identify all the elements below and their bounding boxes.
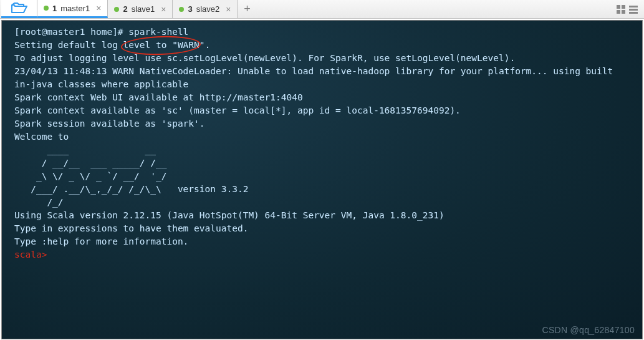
tab-number: 3 (188, 4, 192, 14)
terminal-line: Type :help for more information. (2, 235, 642, 248)
folder-open-icon (11, 2, 27, 14)
svg-rect-6 (629, 12, 638, 14)
list-icon (629, 5, 638, 14)
grid-view-button[interactable] (615, 4, 627, 15)
ascii-art-line: / __/__ ___ _____/ /__ (2, 157, 642, 170)
tab-number: 2 (123, 4, 127, 14)
terminal-line: [root@master1 home]# spark-shell (2, 26, 642, 39)
svg-rect-4 (629, 6, 638, 7)
close-icon[interactable]: × (96, 3, 101, 13)
ascii-art-line: ____ __ (2, 143, 642, 157)
svg-rect-2 (617, 10, 620, 14)
terminal[interactable]: [root@master1 home]# spark-shell Setting… (1, 20, 643, 339)
tab-slave1[interactable]: 2 slave1 × (108, 0, 173, 18)
terminal-line: Type in expressions to have them evaluat… (2, 222, 642, 235)
tab-master1[interactable]: 1 master1 × (37, 0, 108, 18)
terminal-line: Spark context Web UI available at http:/… (2, 91, 642, 104)
tab-label: master1 (60, 4, 90, 13)
close-icon[interactable]: × (161, 4, 166, 14)
ascii-art-line: /_/ (2, 196, 642, 209)
tab-label: slave2 (196, 4, 220, 14)
terminal-line: Setting default log level to "WARN". (2, 39, 642, 52)
watermark: CSDN @qq_62847100 (542, 325, 635, 335)
svg-rect-1 (622, 5, 625, 9)
terminal-line: in-java classes where applicable (2, 78, 642, 91)
scala-prompt: scala> (2, 248, 642, 261)
terminal-line: Using Scala version 2.12.15 (Java HotSpo… (2, 209, 642, 222)
terminal-line: Welcome to (2, 130, 642, 143)
terminal-line: To adjust logging level use sc.setLogLev… (2, 52, 642, 65)
ascii-art-line: _\ \/ _ \/ _ `/ __/ '_/ (2, 170, 642, 183)
list-view-button[interactable] (628, 4, 639, 15)
status-dot-icon (179, 7, 184, 12)
terminal-line: Spark context available as 'sc' (master … (2, 104, 642, 117)
tab-label: slave1 (132, 4, 155, 14)
svg-rect-3 (622, 10, 625, 14)
view-mode-buttons (615, 0, 644, 18)
open-folder-button[interactable] (1, 0, 37, 18)
status-dot-icon (44, 6, 49, 11)
tab-slave2[interactable]: 3 slave2 × (173, 0, 238, 18)
svg-rect-0 (617, 5, 620, 9)
status-dot-icon (114, 7, 119, 12)
grid-icon (617, 5, 625, 14)
close-icon[interactable]: × (226, 4, 231, 14)
ascii-art-line: /___/ .__/\_,_/_/ /_/\_\ version 3.3.2 (2, 183, 642, 196)
tab-number: 1 (52, 4, 57, 13)
svg-rect-5 (629, 9, 638, 11)
terminal-line: Spark session available as 'spark'. (2, 117, 642, 130)
plus-icon: + (244, 2, 251, 16)
tab-bar: 1 master1 × 2 slave1 × 3 slave2 × + (0, 0, 644, 19)
add-tab-button[interactable]: + (238, 0, 256, 18)
terminal-line: 23/04/13 11:48:13 WARN NativeCodeLoader:… (2, 65, 642, 78)
